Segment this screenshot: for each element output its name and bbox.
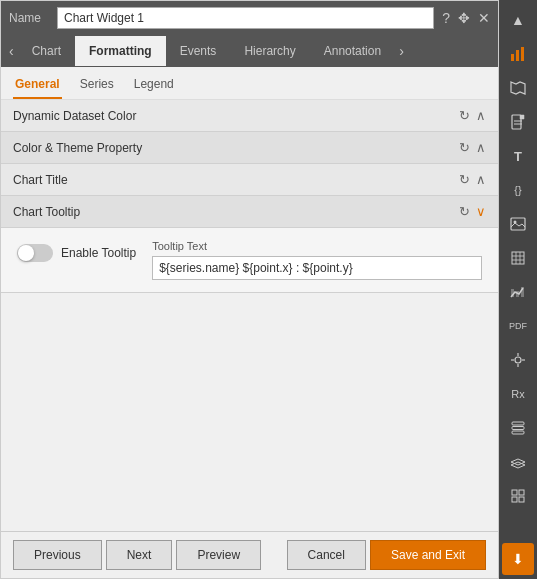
tooltip-expanded-section: Enable Tooltip Tooltip Text (1, 228, 498, 293)
move-icon[interactable]: ✥ (458, 10, 470, 26)
section-icons-title: ↻ ∧ (459, 172, 486, 187)
sidebar-code-icon[interactable]: {} (502, 174, 534, 206)
sidebar-download-icon[interactable]: ⬇ (502, 543, 534, 575)
next-button[interactable]: Next (106, 540, 173, 570)
tab-chart[interactable]: Chart (18, 36, 75, 66)
sidebar-file-icon[interactable] (502, 106, 534, 138)
svg-point-17 (515, 357, 521, 363)
save-exit-button[interactable]: Save and Exit (370, 540, 486, 570)
previous-button[interactable]: Previous (13, 540, 102, 570)
sidebar-rx-icon[interactable]: Rx (502, 378, 534, 410)
content-area: Dynamic Dataset Color ↻ ∧ Color & Theme … (1, 100, 498, 531)
svg-rect-28 (519, 497, 524, 502)
tab-events[interactable]: Events (166, 36, 231, 66)
section-chart-title[interactable]: Chart Title ↻ ∧ (1, 164, 498, 196)
preview-button[interactable]: Preview (176, 540, 261, 570)
expand-icon-tooltip[interactable]: ∨ (476, 204, 486, 219)
sidebar-table-icon[interactable] (502, 242, 534, 274)
svg-rect-1 (516, 50, 519, 61)
tab-annotation[interactable]: Annotation (310, 36, 395, 66)
tooltip-row: Enable Tooltip Tooltip Text (17, 240, 482, 280)
svg-rect-27 (512, 497, 517, 502)
refresh-icon-color[interactable]: ↻ (459, 140, 470, 155)
svg-rect-7 (511, 218, 525, 230)
collapse-icon-title[interactable]: ∧ (476, 172, 486, 187)
svg-rect-16 (521, 287, 524, 297)
svg-marker-3 (511, 82, 525, 94)
refresh-icon-tooltip[interactable]: ↻ (459, 204, 470, 219)
section-label-color: Color & Theme Property (13, 141, 142, 155)
header: Name ? ✥ ✕ (1, 1, 498, 35)
section-icons-tooltip: ↻ ∨ (459, 204, 486, 219)
sidebar-data-icon[interactable] (502, 412, 534, 444)
tab-formatting[interactable]: Formatting (75, 36, 166, 66)
sidebar-text-icon[interactable]: T (502, 140, 534, 172)
sidebar-image-icon[interactable] (502, 208, 534, 240)
sidebar-layers-icon[interactable] (502, 446, 534, 478)
enable-tooltip-label: Enable Tooltip (61, 246, 136, 260)
tooltip-field: Tooltip Text (152, 240, 482, 280)
section-icons-dynamic: ↻ ∧ (459, 108, 486, 123)
tab-hierarchy[interactable]: Hierarchy (230, 36, 309, 66)
name-label: Name (9, 11, 49, 25)
svg-rect-23 (512, 427, 524, 430)
collapse-icon-dynamic[interactable]: ∧ (476, 108, 486, 123)
section-label-title: Chart Title (13, 173, 68, 187)
tooltip-text-input[interactable] (152, 256, 482, 280)
refresh-icon-title[interactable]: ↻ (459, 172, 470, 187)
header-icons: ? ✥ ✕ (442, 10, 490, 26)
svg-rect-26 (519, 490, 524, 495)
toggle-knob (18, 245, 34, 261)
collapse-icon-color[interactable]: ∧ (476, 140, 486, 155)
sidebar-chart-line-icon[interactable] (502, 276, 534, 308)
section-icons-color: ↻ ∧ (459, 140, 486, 155)
section-label-dynamic: Dynamic Dataset Color (13, 109, 136, 123)
svg-rect-14 (511, 289, 514, 297)
svg-rect-9 (512, 252, 524, 264)
svg-rect-4 (512, 115, 521, 129)
widget-name-input[interactable] (57, 7, 434, 29)
tab-right-arrow[interactable]: › (395, 35, 408, 67)
section-chart-tooltip[interactable]: Chart Tooltip ↻ ∨ (1, 196, 498, 228)
refresh-icon-dynamic[interactable]: ↻ (459, 108, 470, 123)
svg-rect-24 (512, 431, 524, 434)
tab-left-arrow[interactable]: ‹ (5, 35, 18, 67)
sidebar-grid-icon[interactable] (502, 480, 534, 512)
svg-rect-2 (521, 47, 524, 61)
subtab-legend[interactable]: Legend (132, 73, 176, 99)
sidebar-map-icon[interactable] (502, 72, 534, 104)
sidebar-widget-icon[interactable] (502, 344, 534, 376)
svg-rect-0 (511, 54, 514, 61)
sidebar-bar-chart-icon[interactable] (502, 38, 534, 70)
sub-tab-bar: General Series Legend (1, 67, 498, 100)
sidebar-arrow-up-icon[interactable]: ▲ (502, 4, 534, 36)
help-icon[interactable]: ? (442, 10, 450, 26)
section-dynamic-dataset-color[interactable]: Dynamic Dataset Color ↻ ∧ (1, 100, 498, 132)
svg-rect-25 (512, 490, 517, 495)
cancel-button[interactable]: Cancel (287, 540, 366, 570)
tab-bar: ‹ Chart Formatting Events Hierarchy Anno… (1, 35, 498, 67)
section-label-tooltip: Chart Tooltip (13, 205, 80, 219)
tooltip-field-label: Tooltip Text (152, 240, 482, 252)
footer: Previous Next Preview Cancel Save and Ex… (1, 531, 498, 578)
toggle-row: Enable Tooltip (17, 244, 136, 262)
subtab-series[interactable]: Series (78, 73, 116, 99)
subtab-general[interactable]: General (13, 73, 62, 99)
svg-rect-22 (512, 422, 524, 425)
right-sidebar: ▲ T {} (499, 0, 537, 579)
sidebar-pdf-icon[interactable]: PDF (502, 310, 534, 342)
svg-rect-15 (516, 291, 519, 297)
close-icon[interactable]: ✕ (478, 10, 490, 26)
enable-tooltip-toggle[interactable] (17, 244, 53, 262)
section-color-theme[interactable]: Color & Theme Property ↻ ∧ (1, 132, 498, 164)
